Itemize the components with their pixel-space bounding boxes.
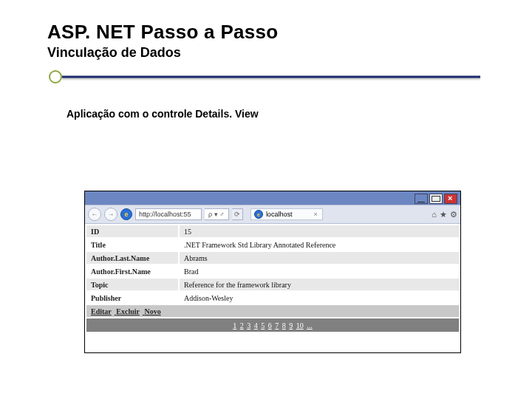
- table-row: ID15: [86, 225, 459, 237]
- pager-page[interactable]: 7: [275, 321, 279, 330]
- window-minimize-button[interactable]: [415, 194, 428, 204]
- window-close-button[interactable]: [444, 194, 457, 204]
- field-value: Addison-Wesley: [180, 292, 459, 304]
- home-icon[interactable]: ⌂: [432, 210, 437, 219]
- browser-navbar: ← → e http://localhost:55 ρ ▾ ♂ ⟳ e loca…: [85, 205, 460, 224]
- slide-title: ASP. NET Passo a Passo: [47, 21, 532, 44]
- browser-tab[interactable]: e localhost ×: [250, 208, 323, 220]
- pager: 1 2 3 4 5 6 7 8 9 10 ...: [86, 318, 459, 332]
- pager-page[interactable]: 4: [254, 321, 258, 330]
- delete-link[interactable]: Excluir: [116, 307, 140, 316]
- table-row: Author.Last.NameAbrams: [86, 252, 459, 264]
- back-button[interactable]: ←: [88, 208, 101, 221]
- window-titlebar: [85, 191, 460, 205]
- table-row: TopicReference for the framework library: [86, 279, 459, 290]
- pager-more[interactable]: ...: [307, 321, 313, 330]
- address-bar-controls: ⟳: [232, 208, 243, 220]
- field-value: Reference for the framework library: [180, 279, 459, 290]
- field-label: ID: [86, 225, 178, 237]
- address-bar-search[interactable]: ρ ▾ ♂: [205, 208, 229, 220]
- heading-block: ASP. NET Passo a Passo Vinculação de Dad…: [0, 0, 532, 61]
- pager-page[interactable]: 2: [240, 321, 244, 330]
- pager-page[interactable]: 6: [268, 321, 272, 330]
- pager-page[interactable]: 8: [282, 321, 286, 330]
- divider: [0, 71, 532, 83]
- divider-line: [62, 76, 480, 78]
- table-row: Title.NET Framework Std Library Annotate…: [86, 239, 459, 250]
- back-arrow-icon: ←: [92, 211, 98, 218]
- body-label: Aplicação com o controle Details. View: [66, 108, 532, 120]
- field-label: Title: [86, 239, 178, 250]
- field-value: 15: [180, 225, 459, 237]
- pager-page[interactable]: 1: [233, 321, 236, 330]
- field-value: Brad: [180, 265, 459, 277]
- tab-favicon-icon: e: [254, 210, 263, 219]
- field-label: Author.Last.Name: [86, 252, 178, 264]
- field-value: .NET Framework Std Library Annotated Ref…: [180, 239, 459, 250]
- address-bar[interactable]: http://localhost:55: [135, 208, 202, 220]
- pager-page[interactable]: 5: [261, 321, 265, 330]
- browser-window: ← → e http://localhost:55 ρ ▾ ♂ ⟳ e loca…: [84, 191, 461, 353]
- field-label: Publisher: [86, 292, 178, 304]
- pager-page[interactable]: 3: [247, 321, 250, 330]
- table-row: PublisherAddison-Wesley: [86, 292, 459, 304]
- refresh-icon[interactable]: ⟳: [234, 211, 240, 218]
- edit-link[interactable]: Editar: [91, 307, 112, 316]
- field-label: Author.First.Name: [86, 265, 178, 277]
- detailsview-command-row: Editar Excluir Novo: [86, 305, 459, 317]
- favorites-icon[interactable]: ★: [440, 210, 447, 219]
- browser-viewport: ID15 Title.NET Framework Std Library Ann…: [85, 224, 460, 352]
- bullet-icon: [49, 70, 62, 83]
- forward-arrow-icon: →: [108, 211, 115, 218]
- detailsview-table: ID15 Title.NET Framework Std Library Ann…: [85, 224, 460, 333]
- settings-icon[interactable]: ⚙: [450, 210, 457, 219]
- pager-row: 1 2 3 4 5 6 7 8 9 10 ...: [86, 318, 459, 332]
- table-row: Author.First.NameBrad: [86, 265, 459, 277]
- pager-page[interactable]: 9: [289, 321, 293, 330]
- tab-label: localhost: [266, 211, 293, 218]
- ie-logo-icon: e: [120, 208, 132, 220]
- slide: ASP. NET Passo a Passo Vinculação de Dad…: [0, 0, 532, 399]
- window-maximize-button[interactable]: [429, 194, 443, 204]
- slide-subtitle: Vinculação de Dados: [47, 45, 532, 61]
- forward-button[interactable]: →: [104, 208, 117, 221]
- field-value: Abrams: [180, 252, 459, 264]
- field-label: Topic: [86, 279, 178, 290]
- tab-close-button[interactable]: ×: [314, 211, 318, 218]
- pager-page[interactable]: 10: [296, 321, 304, 330]
- new-link[interactable]: Novo: [144, 307, 160, 316]
